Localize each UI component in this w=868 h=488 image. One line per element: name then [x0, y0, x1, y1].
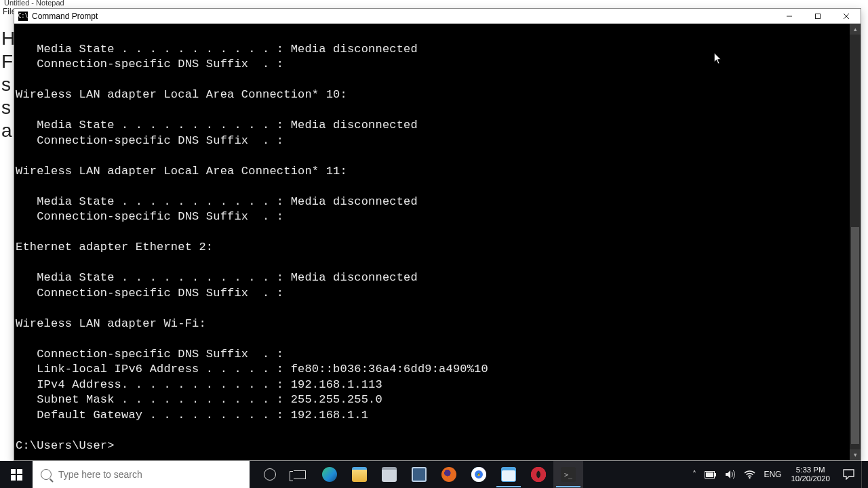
command-prompt-output[interactable]: Media State . . . . . . . . . . . : Medi…: [14, 24, 850, 460]
taskbar-icon-command-prompt[interactable]: >_: [553, 461, 583, 488]
vertical-scrollbar[interactable]: ▴ ▾: [850, 24, 861, 460]
mail-icon: [412, 467, 427, 482]
close-button[interactable]: [832, 9, 861, 24]
tray-language-indicator[interactable]: ENG: [760, 461, 785, 488]
scrollbar-up-button[interactable]: ▴: [850, 24, 861, 35]
system-tray: ˄ ENG 5:33 PM 10/20/2020: [688, 461, 868, 488]
taskbar-icon-microsoft-store[interactable]: [374, 461, 404, 488]
window-title: Command Prompt: [32, 12, 98, 21]
svg-point-7: [749, 476, 751, 478]
notepad-icon: [501, 467, 516, 482]
tray-date: 10/20/2020: [791, 474, 830, 483]
taskbar-search-box[interactable]: [33, 461, 250, 488]
window-titlebar[interactable]: C:\ Command Prompt: [14, 9, 861, 24]
firefox-icon: [441, 467, 456, 482]
scrollbar-down-button[interactable]: ▾: [850, 449, 861, 460]
minimize-button[interactable]: [775, 9, 804, 24]
maximize-button[interactable]: [804, 9, 832, 24]
taskbar: >_ ˄ ENG 5:33 PM 10/20/2020: [0, 461, 868, 488]
taskbar-search-input[interactable]: [58, 469, 241, 480]
tray-volume-icon[interactable]: [721, 461, 740, 488]
taskbar-icon-file-explorer[interactable]: [344, 461, 374, 488]
svg-rect-1: [816, 14, 821, 18]
command-prompt-app-icon: >_: [561, 467, 576, 482]
command-prompt-window: C:\ Command Prompt Media State . . . . .…: [14, 8, 861, 461]
windows-logo-icon: [11, 469, 22, 481]
action-center-button[interactable]: [835, 461, 861, 488]
taskbar-icon-task-view[interactable]: [285, 461, 315, 488]
tray-battery-icon[interactable]: [701, 461, 721, 488]
tray-overflow-chevron-icon[interactable]: ˄: [688, 461, 701, 488]
taskbar-icon-edge[interactable]: [315, 461, 344, 488]
edge-icon: [322, 467, 337, 482]
search-icon: [41, 469, 52, 480]
taskbar-icon-notepad[interactable]: [494, 461, 524, 488]
taskbar-pinned-icons: >_: [255, 461, 583, 488]
taskbar-running-indicator: [496, 486, 521, 487]
chrome-icon: [471, 467, 486, 482]
notepad-title-partial: Untitled - Notepad: [4, 0, 64, 7]
tray-clock[interactable]: 5:33 PM 10/20/2020: [785, 461, 835, 488]
taskbar-running-indicator: [556, 486, 580, 487]
cortana-icon: [264, 468, 276, 481]
start-button[interactable]: [0, 461, 33, 488]
taskbar-icon-cortana[interactable]: [255, 461, 285, 488]
svg-rect-6: [706, 472, 713, 477]
microsoft-store-icon: [382, 467, 397, 482]
taskbar-icon-firefox[interactable]: [434, 461, 464, 488]
taskbar-icon-mail[interactable]: [404, 461, 434, 488]
tray-time: 5:33 PM: [796, 466, 825, 474]
taskbar-icon-opera[interactable]: [524, 461, 553, 488]
svg-rect-5: [715, 473, 716, 476]
taskbar-icon-chrome[interactable]: [464, 461, 494, 488]
file-explorer-icon: [352, 467, 367, 482]
tray-wifi-icon[interactable]: [740, 461, 760, 488]
task-view-icon: [294, 470, 306, 479]
command-prompt-client-area: Media State . . . . . . . . . . . : Medi…: [14, 24, 861, 460]
opera-icon: [531, 467, 546, 482]
show-desktop-button[interactable]: [861, 461, 865, 488]
window-controls: [775, 9, 861, 24]
command-prompt-icon: C:\: [18, 12, 28, 21]
scrollbar-thumb[interactable]: [851, 227, 859, 444]
